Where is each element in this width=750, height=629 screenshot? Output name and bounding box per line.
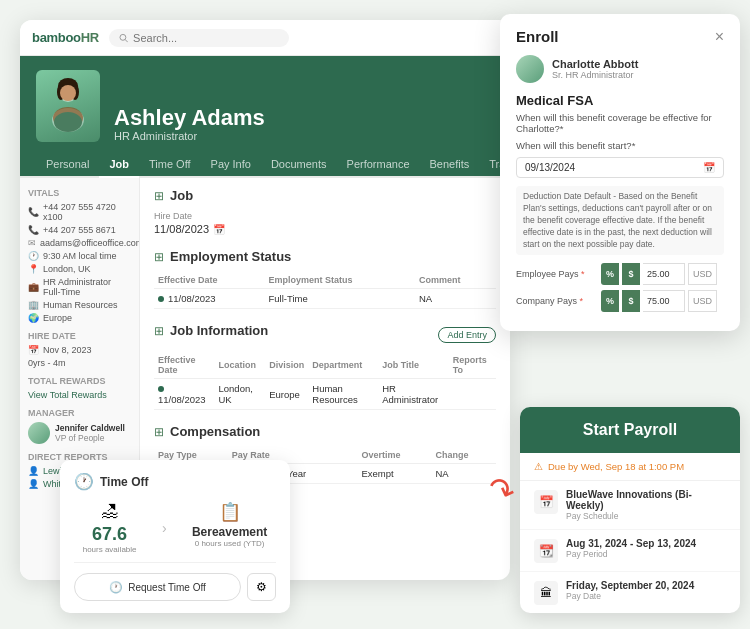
compensation-title: Compensation [170,424,260,439]
col-comment: Comment [415,272,496,289]
comp-overtime: Exempt [357,464,431,484]
modal-date-value: 09/13/2024 [525,162,575,173]
row-status: Full-Time [264,289,415,309]
search-input[interactable] [133,32,279,44]
job-info-title: Job Information [170,323,268,338]
modal-user: Charlotte Abbott Sr. HR Administrator [516,55,724,83]
request-timeoff-label: Request Time Off [128,582,206,593]
sidebar-vitals: Vitals 📞 +44 207 555 4720 x100 📞 +44 207… [28,188,131,323]
sidebar-role: 💼 HR Administrator Full-Time [28,277,131,297]
modal-title: Enroll [516,28,559,45]
manager-name: Jennifer Caldwell [55,423,125,433]
job-block: ⊞ Job Hire Date 11/08/2023 📅 [154,188,496,235]
job-section-header: ⊞ Job [154,188,496,203]
timeoff-divider: › [154,501,175,554]
calendar-date-icon: 📅 [703,162,715,173]
table-row: 11/08/2023 London, UK Europe Human Resou… [154,379,496,410]
row-comment: NA [415,289,496,309]
modal-close-button[interactable]: × [715,29,724,45]
vacation-label: hours available [83,545,137,554]
company-dollar-btn[interactable]: $ [622,290,640,312]
employee-pays-label: Employee Pays * [516,269,596,279]
sidebar-rewards-title: Total Rewards [28,376,131,386]
payroll-item-period: 📆 Aug 31, 2024 - Sep 13, 2024 Pay Period [520,530,740,572]
avatar-placeholder [36,70,100,142]
enroll-modal: Enroll × Charlotte Abbott Sr. HR Adminis… [500,14,740,331]
sidebar-phone2: 📞 +44 207 555 8671 [28,225,131,235]
payroll-date-name: Friday, September 20, 2024 [566,580,694,591]
briefcase-icon: 💼 [28,282,39,292]
company-pays-row: Company Pays * % $ USD [516,290,724,312]
add-entry-button[interactable]: Add Entry [438,327,496,343]
col-change: Change [431,447,496,464]
search-bar[interactable] [109,29,289,47]
request-timeoff-icon: 🕐 [109,581,123,594]
employee-dollar-btn[interactable]: $ [622,263,640,285]
payroll-period-info: Aug 31, 2024 - Sep 13, 2024 Pay Period [566,538,696,559]
calendar-icon: 📅 [28,345,39,355]
modal-date-input[interactable]: 09/13/2024 📅 [516,157,724,178]
request-timeoff-button[interactable]: 🕐 Request Time Off [74,573,241,601]
company-percent-btn[interactable]: % [601,290,619,312]
modal-user-role: Sr. HR Administrator [552,70,638,80]
hire-date-value: 11/08/2023 📅 [154,223,496,235]
col-division: Division [265,352,308,379]
row-date: 11/08/2023 [154,289,264,309]
tab-personal[interactable]: Personal [36,152,99,176]
tab-job[interactable]: Job [99,152,139,178]
app-logo: bambooHR [32,30,99,45]
sidebar-rewards-link[interactable]: View Total Rewards [28,390,131,400]
hire-date-label: Hire Date [154,211,496,221]
profile-header: Ashley Adams HR Administrator [20,56,510,152]
bereavement-value: 0 hours used (YTD) [192,539,267,548]
comp-change: NA [431,464,496,484]
avatar [36,70,100,142]
payroll-item-schedule: 📅 BlueWave Innovations (Bi-Weekly) Pay S… [520,481,740,530]
bereavement-label: Bereavement [192,525,267,539]
phone2-icon: 📞 [28,225,39,235]
tab-performance[interactable]: Performance [337,152,420,176]
sidebar-hire: Hire Date 📅 Nov 8, 2023 0yrs - 4m [28,331,131,368]
sidebar-phone1: 📞 +44 207 555 4720 x100 [28,202,131,222]
tab-timeoff[interactable]: Time Off [139,152,201,176]
start-payroll-button[interactable]: Start Payroll [520,407,740,453]
bereavement-icon: 📋 [192,501,267,523]
ji-division: Europe [265,379,308,410]
sidebar-location: 📍 London, UK [28,264,131,274]
employee-amount-input[interactable] [643,263,685,285]
timeoff-settings-icon: ⚙ [256,580,267,594]
sidebar-hire-range: 0yrs - 4m [28,358,131,368]
sidebar-hours: 🕐 9:30 AM local time [28,251,131,261]
sidebar-rewards: Total Rewards View Total Rewards [28,376,131,400]
tab-documents[interactable]: Documents [261,152,337,176]
timeoff-settings-button[interactable]: ⚙ [247,573,276,601]
payroll-period-label: Pay Period [566,549,696,559]
employee-percent-btn[interactable]: % [601,263,619,285]
tab-payinfo[interactable]: Pay Info [201,152,261,176]
tab-bar: Personal Job Time Off Pay Info Documents… [20,152,510,178]
clock-icon: 🕐 [28,251,39,261]
warning-icon: ⚠ [534,461,543,472]
modal-plan-title: Medical FSA [516,93,724,108]
required-mark2: * [580,296,584,306]
timeoff-actions: 🕐 Request Time Off ⚙ [74,573,276,601]
payroll-period-name: Aug 31, 2024 - Sep 13, 2024 [566,538,696,549]
col-reports-to: Reports To [449,352,496,379]
col-department: Department [308,352,378,379]
job-info-icon: ⊞ [154,324,164,338]
ji-reports [449,379,496,410]
hire-date-field: Hire Date 11/08/2023 📅 [154,211,496,235]
company-amount-input[interactable] [643,290,685,312]
employee-pays-inputs: % $ USD [601,263,717,285]
person-icon: 👤 [28,466,39,476]
payroll-item-date: 🏛 Friday, September 20, 2024 Pay Date [520,572,740,613]
payroll-due-text: Due by Wed, Sep 18 at 1:00 PM [548,461,684,472]
employment-status-table: Effective Date Employment Status Comment… [154,272,496,309]
col-overtime: Overtime [357,447,431,464]
timeoff-header: 🕐 Time Off [74,472,276,491]
modal-benefit-start-question: When will this benefit start?* [516,140,724,151]
sidebar-dept: 🏢 Human Resources [28,300,131,310]
payroll-date-icon: 🏛 [534,581,558,605]
dept-icon: 🏢 [28,300,39,310]
tab-benefits[interactable]: Benefits [420,152,480,176]
